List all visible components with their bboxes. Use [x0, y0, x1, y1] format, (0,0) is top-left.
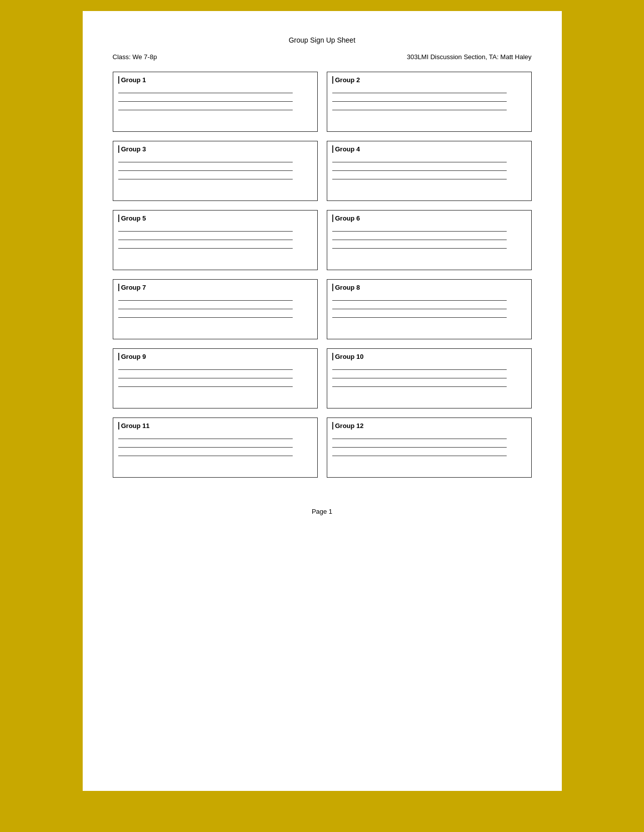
group-11-label: Group 11 — [118, 422, 312, 430]
group-7-label: Group 7 — [118, 284, 312, 291]
group-4-line-1[interactable] — [332, 162, 507, 162]
group-5-line-1[interactable] — [118, 231, 293, 232]
group-1-label: Group 1 — [118, 76, 312, 84]
group-6-box: Group 6 — [327, 210, 532, 270]
groups-grid: Group 1Group 2Group 3Group 4Group 5Group… — [113, 72, 532, 478]
group-4-label: Group 4 — [332, 145, 526, 153]
group-6-line-3[interactable] — [332, 248, 507, 249]
group-2-box: Group 2 — [327, 72, 532, 132]
group-12-line-2[interactable] — [332, 447, 507, 448]
group-9-line-3[interactable] — [118, 386, 293, 387]
group-8-line-2[interactable] — [332, 309, 507, 309]
group-2-label: Group 2 — [332, 76, 526, 84]
section-label: 303LMI Discussion Section, TA: Matt Hale… — [407, 53, 532, 61]
header-row: Class: We 7-8p 303LMI Discussion Section… — [113, 53, 532, 61]
group-8-box: Group 8 — [327, 279, 532, 339]
group-5-label: Group 5 — [118, 215, 312, 222]
group-10-line-1[interactable] — [332, 369, 507, 370]
group-3-line-3[interactable] — [118, 179, 293, 179]
group-10-box: Group 10 — [327, 348, 532, 408]
group-2-line-2[interactable] — [332, 101, 507, 102]
group-9-label: Group 9 — [118, 353, 312, 360]
group-11-box: Group 11 — [113, 418, 318, 478]
group-11-line-1[interactable] — [118, 439, 293, 439]
group-8-label: Group 8 — [332, 284, 526, 291]
group-4-line-2[interactable] — [332, 170, 507, 171]
group-9-line-1[interactable] — [118, 369, 293, 370]
page-footer: Page 1 — [113, 508, 532, 515]
group-3-box: Group 3 — [113, 141, 318, 201]
group-5-line-2[interactable] — [118, 240, 293, 240]
group-12-label: Group 12 — [332, 422, 526, 430]
group-12-line-1[interactable] — [332, 439, 507, 439]
group-10-line-2[interactable] — [332, 378, 507, 378]
group-12-box: Group 12 — [327, 418, 532, 478]
group-1-line-1[interactable] — [118, 93, 293, 93]
group-7-line-1[interactable] — [118, 300, 293, 301]
page-title: Group Sign Up Sheet — [113, 36, 532, 44]
group-6-label: Group 6 — [332, 215, 526, 222]
group-11-line-3[interactable] — [118, 456, 293, 456]
group-1-line-2[interactable] — [118, 101, 293, 102]
page: Group Sign Up Sheet Class: We 7-8p 303LM… — [82, 10, 563, 792]
group-10-line-3[interactable] — [332, 386, 507, 387]
group-11-line-2[interactable] — [118, 447, 293, 448]
group-9-box: Group 9 — [113, 348, 318, 408]
group-9-line-2[interactable] — [118, 378, 293, 378]
group-2-line-1[interactable] — [332, 93, 507, 93]
group-6-line-2[interactable] — [332, 240, 507, 240]
group-7-line-3[interactable] — [118, 317, 293, 318]
group-3-line-2[interactable] — [118, 170, 293, 171]
group-3-line-1[interactable] — [118, 162, 293, 162]
group-7-box: Group 7 — [113, 279, 318, 339]
group-1-line-3[interactable] — [118, 110, 293, 110]
class-label: Class: We 7-8p — [113, 53, 157, 61]
group-3-label: Group 3 — [118, 145, 312, 153]
group-5-box: Group 5 — [113, 210, 318, 270]
group-8-line-3[interactable] — [332, 317, 507, 318]
group-4-box: Group 4 — [327, 141, 532, 201]
group-12-line-3[interactable] — [332, 456, 507, 456]
group-1-box: Group 1 — [113, 72, 318, 132]
group-10-label: Group 10 — [332, 353, 526, 360]
group-6-line-1[interactable] — [332, 231, 507, 232]
group-8-line-1[interactable] — [332, 300, 507, 301]
group-5-line-3[interactable] — [118, 248, 293, 249]
group-2-line-3[interactable] — [332, 110, 507, 110]
group-4-line-3[interactable] — [332, 179, 507, 179]
group-7-line-2[interactable] — [118, 309, 293, 309]
